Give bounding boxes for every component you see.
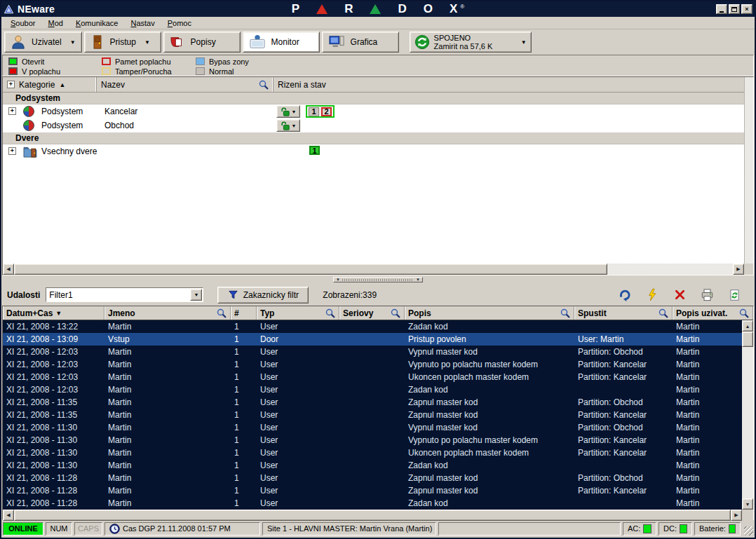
printer-button[interactable] — [699, 287, 715, 303]
tree-column-nazev[interactable]: Nazev — [96, 77, 273, 92]
search-icon[interactable] — [259, 80, 269, 90]
magnifier-icon[interactable] — [739, 308, 749, 318]
tree-header: + Kategorie ▲ Nazev Rizeni a stav — [3, 77, 744, 93]
magnifier-icon[interactable] — [391, 308, 400, 318]
column-header-seriovy[interactable]: Seriovy — [339, 306, 405, 320]
maximize-button[interactable] — [729, 4, 740, 14]
splitter-handle[interactable]: ▼ ▼ — [333, 277, 423, 282]
menu-item-soubor[interactable]: Soubor — [4, 18, 41, 29]
filter-funnel-icon — [228, 289, 238, 300]
menu-item-komunikace[interactable]: Komunikace — [69, 18, 125, 29]
event-row[interactable]: XI 21, 2008 - 12:03Martin1UserZadan kodM… — [3, 383, 742, 396]
event-row[interactable]: XI 21, 2008 - 12:03Martin1UserVypnul mas… — [3, 346, 742, 358]
events-horizontal-scrollbar[interactable]: ◀ ▶ — [3, 510, 753, 521]
event-row[interactable]: XI 21, 2008 - 11:30Martin1UserVypnuto po… — [3, 434, 742, 446]
export-button[interactable] — [727, 287, 742, 303]
legend-item: Bypas zony — [196, 57, 748, 66]
tab-label: Pristup — [110, 37, 136, 47]
tree-row[interactable]: +PodsystemKancelar▼12 — [3, 104, 744, 118]
event-cell: Partition: Obchod — [574, 421, 673, 434]
paradox-letter: D — [398, 2, 406, 16]
battery-status: Baterie: — [694, 522, 741, 535]
column-header-datumcas[interactable]: Datum+Cas▼ — [3, 306, 104, 320]
event-row[interactable]: XI 21, 2008 - 11:35Martin1UserZapnul mas… — [3, 409, 742, 421]
legend-swatch — [102, 67, 111, 75]
column-header-typ[interactable]: Typ — [257, 306, 339, 320]
refresh-button[interactable] — [617, 287, 633, 303]
tree-column-kategorie[interactable]: + Kategorie ▲ — [3, 77, 96, 92]
close-button[interactable]: × — [741, 4, 752, 14]
event-row[interactable]: XI 21, 2008 - 11:30Martin1UserVypnul mas… — [3, 421, 742, 434]
scroll-up-icon[interactable]: ▲ — [742, 320, 753, 332]
tree-row[interactable]: PodsystemObchod▼ — [3, 118, 744, 132]
scroll-right-icon[interactable]: ▶ — [733, 264, 744, 275]
combobox-dropdown-icon[interactable]: ▼ — [190, 289, 202, 301]
tree-row-category: Podsystem — [41, 121, 83, 130]
tab-monitor[interactable]: Monitor — [243, 32, 320, 53]
magnifier-icon[interactable] — [659, 308, 668, 318]
scroll-thumb[interactable] — [14, 264, 607, 275]
event-row[interactable]: XI 21, 2008 - 11:28Martin1UserZapnul mas… — [3, 484, 742, 497]
connection-button[interactable]: SPOJENO Zamirit na 57,6 K ▼ — [410, 32, 532, 53]
event-row[interactable]: XI 21, 2008 - 12:03Martin1UserVypnuto po… — [3, 358, 742, 371]
expand-icon[interactable]: + — [8, 107, 16, 115]
scroll-down-icon[interactable]: ▼ — [742, 498, 753, 510]
magnifier-icon[interactable] — [325, 308, 335, 318]
event-cell: Vypnuto po polachu master kodem — [405, 434, 574, 446]
events-vertical-scrollbar[interactable]: ▲ ▼ — [742, 320, 753, 510]
scroll-thumb[interactable] — [14, 510, 731, 521]
tab-pristup[interactable]: Pristup▼ — [84, 32, 161, 53]
scroll-right-icon[interactable]: ▶ — [731, 510, 742, 521]
scroll-track[interactable] — [742, 347, 753, 498]
legend-label: Otevrit — [22, 57, 44, 66]
online-indicator: ONLINE — [3, 522, 43, 535]
event-cell: Martin — [104, 497, 231, 510]
column-header-label: Popis — [408, 308, 431, 318]
event-cell: Martin — [104, 434, 231, 446]
arm-disarm-button[interactable]: ▼ — [276, 105, 300, 118]
tab-uzivatel[interactable]: Uzivatel▼ — [4, 32, 82, 53]
scroll-left-icon[interactable]: ◀ — [3, 264, 14, 275]
panel-splitter[interactable]: ▼ ▼ — [1, 275, 755, 284]
column-header-jmeno[interactable]: Jmeno — [104, 306, 231, 320]
event-row[interactable]: XI 21, 2008 - 13:22Martin1UserZadan kodM… — [3, 320, 742, 333]
tree-horizontal-scrollbar[interactable]: ◀ ▶ — [3, 264, 753, 275]
event-cell: Zadan kod — [405, 320, 574, 333]
tree-vertical-scrollbar[interactable] — [744, 77, 753, 264]
event-row[interactable]: XI 21, 2008 - 11:30Martin1UserUkoncen po… — [3, 446, 742, 459]
column-header-popis[interactable]: Popis — [405, 306, 574, 320]
expand-all-button[interactable]: + — [7, 81, 15, 88]
scroll-left-icon[interactable]: ◀ — [3, 510, 14, 521]
event-row[interactable]: XI 21, 2008 - 11:28Martin1UserZapnul mas… — [3, 472, 742, 484]
scroll-thumb[interactable] — [742, 332, 753, 347]
column-header-popisuzivat[interactable]: Popis uzivat. — [673, 306, 753, 320]
event-filter-combobox[interactable]: Filter1 ▼ — [46, 287, 203, 302]
resize-grip[interactable] — [744, 526, 753, 535]
panel-clock-text: Cas DGP 21.11.2008 01:57 PM — [123, 524, 231, 533]
custom-filter-button[interactable]: Zakaznicky filtr — [217, 287, 309, 303]
delete-button[interactable] — [672, 287, 687, 303]
column-header-[interactable]: # — [231, 306, 257, 320]
event-row[interactable]: XI 21, 2008 - 12:03Martin1UserUkoncen po… — [3, 371, 742, 383]
menu-item-mod[interactable]: Mod — [41, 18, 69, 29]
event-row[interactable]: XI 21, 2008 - 11:35Martin1UserZapnul mas… — [3, 396, 742, 409]
event-row[interactable]: XI 21, 2008 - 11:28Martin1UserZadan kodM… — [3, 497, 742, 510]
tab-grafica[interactable]: Grafica — [322, 32, 399, 53]
scroll-track[interactable] — [607, 264, 733, 275]
menu-item-nastav[interactable]: Nastav — [124, 18, 161, 29]
event-row[interactable]: XI 21, 2008 - 13:09Vstup1DoorPristup pov… — [3, 333, 742, 346]
menu-item-pomoc[interactable]: Pomoc — [161, 18, 198, 29]
arm-disarm-button[interactable]: ▼ — [276, 119, 300, 132]
partition-badge-plain: 1 — [309, 107, 319, 116]
chevron-down-icon: ▼ — [292, 109, 297, 114]
tab-popisy[interactable]: Popisy — [163, 32, 241, 53]
expand-icon[interactable]: + — [8, 147, 16, 155]
event-cell: User — [257, 459, 339, 472]
magnifier-icon[interactable] — [560, 308, 570, 318]
lightning-button[interactable] — [644, 287, 660, 303]
magnifier-icon[interactable] — [217, 308, 227, 318]
column-header-spustit[interactable]: Spustit — [574, 306, 673, 320]
minimize-button[interactable] — [716, 4, 727, 14]
event-row[interactable]: XI 21, 2008 - 11:30Martin1UserZadan kodM… — [3, 459, 742, 472]
tree-row[interactable]: +Vsechny dvere1 — [3, 144, 744, 158]
